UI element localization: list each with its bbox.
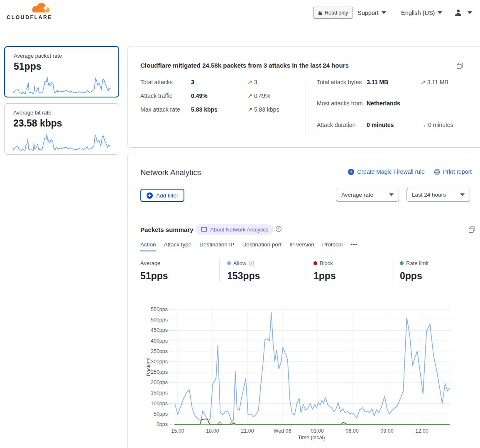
svg-text:550pps: 550pps [151, 307, 168, 312]
printer-icon [434, 169, 440, 175]
svg-text:50pps: 50pps [154, 411, 168, 417]
chevron-down-icon [438, 11, 442, 14]
tab-destination-port[interactable]: Destination port [242, 241, 282, 251]
metric-card-label: Average bit rate [13, 110, 51, 116]
section-divider [128, 210, 480, 210]
packet-rate-sparkline [12, 75, 112, 95]
stat-label: Max attack rate [140, 106, 191, 114]
trend-up-arrow-icon: ↗ [421, 79, 426, 85]
plus-circle-icon [147, 192, 153, 199]
svg-text:Wed 06: Wed 06 [274, 428, 291, 434]
stat-trend: → 0 minutes [421, 121, 480, 129]
legend-label: Allow [233, 260, 246, 266]
cloudflare-cloud-icon [29, 2, 51, 14]
svg-text:18:00: 18:00 [206, 428, 219, 434]
legend-allow: Allow 153pps [219, 259, 306, 282]
stat-value: 5.83 kbps [191, 106, 247, 114]
chevron-down-icon [460, 193, 465, 196]
metric-card-average-packet-rate[interactable]: Average packet rate 51pps [4, 46, 119, 97]
read-only-badge[interactable]: Read only [313, 7, 353, 19]
trend-up-arrow-icon: ↗ [247, 79, 252, 85]
attack-summary-card: Cloudflare mitigated 24.58k packets from… [127, 46, 480, 148]
metric-card-value: 23.58 kbps [13, 118, 62, 129]
svg-text:400pps: 400pps [151, 338, 168, 344]
language-menu[interactable]: English (US) [401, 0, 442, 25]
svg-text:450pps: 450pps [151, 327, 168, 333]
print-report-link[interactable]: Print report [434, 168, 472, 175]
legend-value: 153pps [227, 270, 306, 282]
stat-label: Total attack bytes [317, 78, 367, 86]
stat-value: 3 [191, 78, 247, 86]
svg-text:500pps: 500pps [151, 317, 168, 323]
user-icon [454, 8, 463, 17]
analytics-actions: Create Magic Firewall rule Print report [348, 168, 472, 175]
legend-label: Block [320, 260, 333, 266]
allow-series-dot [227, 261, 231, 265]
stat-label: Attack traffic [140, 92, 191, 100]
tab-action[interactable]: Action [140, 241, 156, 251]
svg-text:09:00: 09:00 [380, 428, 393, 434]
cloudflare-network-analytics-page: CLOUDFLARE Read only Support English (US… [0, 0, 480, 448]
legend-value: 51pps [140, 270, 219, 282]
svg-text:350pps: 350pps [151, 348, 168, 354]
stat-value: 0.49% [191, 92, 247, 100]
summary-title: Cloudflare mitigated 24.58k packets from… [140, 62, 431, 69]
history-clock-icon[interactable] [275, 226, 282, 232]
trend-up-arrow-icon: ↗ [247, 106, 252, 113]
stat-value: 3.11 MB [367, 78, 421, 86]
stat-value: 0 minutes [367, 121, 421, 129]
svg-text:200pps: 200pps [151, 380, 168, 385]
lock-icon [318, 10, 322, 15]
metric-card-average-bit-rate[interactable]: Average bit rate 23.58 kbps [4, 103, 119, 155]
tab-destination-ip[interactable]: Destination IP [199, 241, 234, 251]
svg-text:Packets: Packets [146, 358, 152, 376]
copy-icon[interactable] [468, 226, 475, 233]
legend-block: Block 1pps [306, 259, 392, 282]
packets-time-series-chart: 15:0018:0021:00Wed 0603:0006:0009:0012:0… [144, 307, 453, 442]
support-menu[interactable]: Support [358, 0, 386, 25]
time-range-dropdown[interactable]: Last 24 hours [407, 188, 470, 202]
chevron-down-icon [468, 11, 472, 14]
svg-text:12:00: 12:00 [415, 428, 428, 434]
svg-text:06:00: 06:00 [345, 428, 358, 434]
stat-trend: ↗ 0.49% [247, 92, 294, 100]
svg-text:0pps: 0pps [157, 421, 168, 427]
svg-text:300pps: 300pps [151, 359, 168, 365]
stat-trend: ↗ 5.83 kbps [247, 106, 294, 114]
support-label: Support [358, 10, 379, 16]
stat-trend: ↗ 3.11 MB [421, 78, 480, 86]
tab-ip-version[interactable]: IP version [289, 241, 314, 251]
svg-text:03:00: 03:00 [311, 428, 323, 434]
more-tabs-button[interactable]: ••• [350, 241, 358, 251]
network-analytics-card: Network Analytics Create Magic Firewall … [127, 153, 480, 448]
series-legend-stats: Average 51pps Allow 153pps Blo [140, 259, 478, 282]
about-network-analytics-badge[interactable]: About Network Analytics [196, 224, 274, 235]
user-account-menu[interactable] [454, 0, 472, 25]
plus-circle-icon [348, 169, 354, 175]
logo-wordmark: CLOUDFLARE [7, 15, 52, 20]
legend-average: Average 51pps [140, 259, 219, 282]
legend-label: Average [140, 260, 160, 266]
add-filter-button[interactable]: Add filter [140, 189, 184, 202]
svg-text:150pps: 150pps [151, 390, 168, 396]
legend-value: 1pps [313, 270, 392, 282]
language-label: English (US) [401, 10, 435, 16]
copy-icon[interactable] [456, 62, 463, 69]
svg-text:21:00: 21:00 [241, 428, 254, 434]
trend-up-arrow-icon: ↗ [247, 93, 252, 99]
metric-card-label: Average packet rate [14, 53, 62, 59]
dimension-tabs: Action Attack type Destination IP Destin… [140, 241, 358, 251]
trend-right-arrow-icon: → [421, 122, 426, 128]
tab-protocol[interactable]: Protocol [322, 241, 343, 251]
tab-attack-type[interactable]: Attack type [164, 241, 192, 251]
network-analytics-title: Network Analytics [140, 168, 201, 177]
legend-rate-limit: Rate limit 0pps [392, 259, 478, 282]
info-icon[interactable] [249, 261, 254, 266]
create-magic-firewall-rule-link[interactable]: Create Magic Firewall rule [348, 168, 425, 175]
cloudflare-logo[interactable]: CLOUDFLARE [7, 2, 52, 20]
packets-summary-title: Packets summary [140, 226, 193, 233]
top-header: CLOUDFLARE Read only Support English (US… [0, 0, 480, 25]
metric-card-value: 51pps [14, 61, 41, 72]
summary-stats-right: Total attack bytes 3.11 MB ↗ 3.11 MB Mos… [306, 78, 480, 136]
metric-dropdown[interactable]: Average rate [336, 188, 399, 202]
